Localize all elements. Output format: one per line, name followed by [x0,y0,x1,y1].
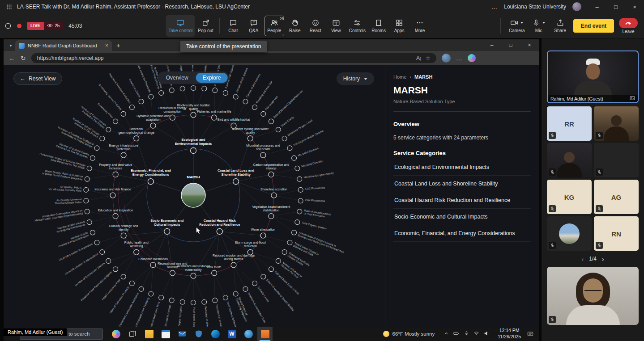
overview-toggle-button[interactable]: Overview [159,73,195,83]
metric-node[interactable] [292,230,297,235]
browser-more-icon[interactable]: … [456,55,462,62]
metric-node[interactable] [276,127,281,132]
leave-button[interactable]: Leave [619,18,638,34]
metric-node[interactable] [261,111,266,116]
weather-widget[interactable]: 66°F Mostly sunny [379,331,439,337]
metric-node[interactable] [139,286,144,291]
metric-node[interactable] [129,105,134,110]
account-name[interactable]: Louisiana State University [504,4,566,10]
metric-node[interactable] [159,91,164,96]
new-tab-button[interactable]: + [116,42,120,49]
mic-button[interactable]: Mic [529,15,549,37]
metric-node[interactable] [261,274,266,279]
controls-button[interactable]: Controls [347,15,368,37]
taskbar-clock[interactable]: 12:14 PM 11/26/2025 [494,328,525,340]
presenter-video-tile[interactable]: Rahim, Md Adilur (Guest) [547,51,639,103]
pop-out-button[interactable]: Pop out [196,15,215,37]
center-node-marsh[interactable] [181,183,205,207]
parameter-node[interactable] [191,273,196,278]
parameter-node[interactable] [247,136,253,141]
metric-node[interactable] [113,119,118,124]
more-button[interactable]: More [410,15,430,37]
raise-button[interactable]: Raise [285,15,305,37]
read-aloud-icon[interactable]: A) [416,55,421,61]
metric-node[interactable] [85,177,90,181]
tray-mic-icon[interactable] [464,330,469,338]
metric-node[interactable] [113,267,118,272]
service-category-item[interactable]: Coastal Hazard Risk Reduction and Resili… [393,192,531,209]
category-node[interactable] [217,228,222,234]
metric-node[interactable] [297,209,302,214]
metric-node[interactable] [297,177,302,181]
parameter-node[interactable] [121,152,126,158]
metric-node[interactable] [295,220,300,225]
parameter-node[interactable] [269,214,274,219]
metric-node[interactable] [106,127,111,132]
metric-node[interactable] [87,220,92,225]
metric-node[interactable] [106,258,111,263]
account-avatar[interactable] [572,2,581,11]
people-button[interactable]: 29People [264,16,284,36]
camera-button[interactable]: Camera [507,15,527,37]
metric-node[interactable] [243,99,248,104]
metric-node[interactable] [252,281,257,286]
take-control-button[interactable]: Take control [166,15,195,37]
metric-node[interactable] [100,249,105,254]
parameter-node[interactable] [121,233,126,238]
browser-copilot-icon[interactable] [468,54,476,62]
browser-minimize-button[interactable]: – [482,39,501,51]
refresh-button[interactable]: ↻ [21,55,26,62]
camera-chevron-icon[interactable] [520,22,523,24]
metric-node[interactable] [282,249,287,254]
titlebar-more-icon[interactable]: … [491,3,498,10]
window-minimize-button[interactable]: – [588,0,606,13]
reset-view-button[interactable]: ←Reset View [13,72,62,85]
browser-taskbar-icon[interactable] [241,327,256,341]
parameter-node[interactable] [134,249,139,255]
parameter-node[interactable] [269,172,274,177]
metric-node[interactable] [213,88,218,93]
network-icon[interactable] [473,330,479,338]
metric-node[interactable] [202,299,207,304]
browser-tab[interactable]: NNBF Radial Graph Dashboard × [15,40,112,51]
parameter-node[interactable] [113,172,118,177]
participant-tile[interactable] [547,143,592,177]
battery-icon[interactable] [453,330,460,338]
breadcrumb-home[interactable]: Home [393,74,406,80]
parameter-node[interactable] [260,233,266,238]
parameter-node[interactable] [170,115,175,120]
file-explorer-taskbar-icon[interactable] [141,327,157,341]
calendar-taskbar-icon[interactable] [158,327,173,341]
defender-taskbar-icon[interactable] [191,327,206,341]
parameter-node[interactable] [113,214,118,219]
pager-next-icon[interactable]: › [602,255,604,263]
edge-taskbar-icon[interactable] [208,327,223,341]
metric-node[interactable] [100,136,105,141]
browser-maximize-button[interactable]: □ [501,39,520,51]
metric-node[interactable] [287,146,292,151]
metric-node[interactable] [129,281,134,286]
metric-node[interactable] [292,156,297,160]
history-button[interactable]: History [337,72,374,85]
outlook-taskbar-icon[interactable] [175,327,190,341]
parameter-node[interactable] [150,123,156,128]
browser-profile-avatar[interactable] [442,54,451,63]
volume-icon[interactable] [484,330,490,338]
end-event-button[interactable]: End event [573,19,614,33]
mic-chevron-icon[interactable] [542,22,545,24]
metric-node[interactable] [169,298,174,303]
copilot-taskbar-icon[interactable] [108,327,124,341]
participant-tile[interactable] [594,143,639,177]
category-node[interactable] [233,179,239,185]
metric-node[interactable] [139,99,144,104]
metric-node[interactable] [84,198,89,203]
parameter-node[interactable] [212,115,217,120]
participant-tile[interactable]: RN [594,216,639,251]
tab-close-icon[interactable]: × [105,42,108,49]
metric-node[interactable] [191,300,196,305]
chat-button[interactable]: Chat [223,15,243,37]
apps-button[interactable]: Apps [389,15,409,37]
pager-previous-icon[interactable]: ‹ [581,255,584,263]
metric-node[interactable] [169,88,174,93]
view-button[interactable]: View [326,15,346,37]
